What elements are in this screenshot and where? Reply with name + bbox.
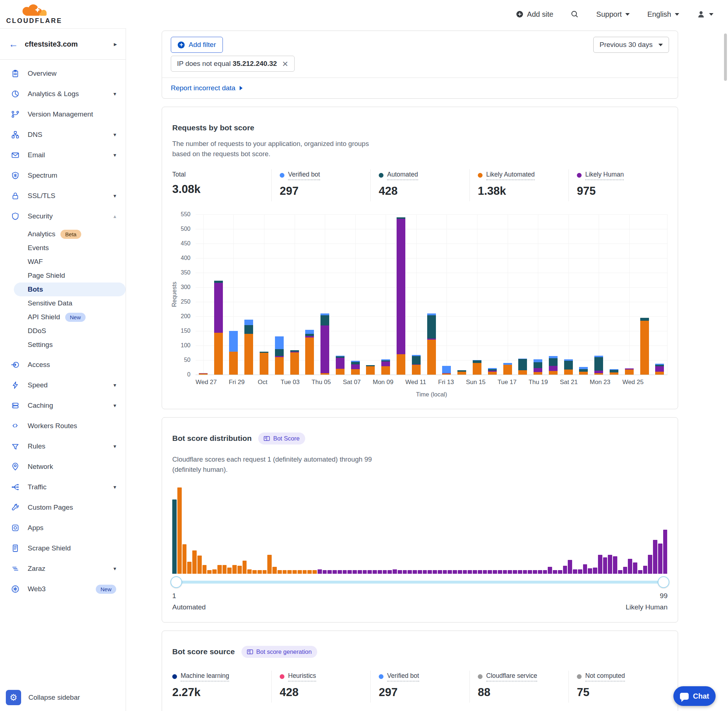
chat-button[interactable]: Chat	[673, 686, 716, 706]
x-tick-label: Sun 15	[466, 379, 486, 386]
sidebar-item-bots[interactable]: Bots	[14, 283, 126, 296]
sidebar-item-ddos[interactable]: DDoS	[0, 324, 126, 338]
sidebar-item-ssl-tls[interactable]: SSL/TLS▾	[0, 186, 126, 206]
stat-label: Likely Automated	[486, 171, 535, 180]
support-menu[interactable]: Support	[596, 10, 630, 19]
sidebar-item-label: API Shield	[28, 313, 60, 321]
sidebar-item-speed[interactable]: Speed▾	[0, 375, 126, 395]
chevron-right-icon[interactable]: ▸	[114, 40, 117, 48]
bot-score-generation-badge[interactable]: Bot score generation	[241, 646, 317, 658]
sidebar-item-zaraz[interactable]: Zaraz▾	[0, 559, 126, 579]
scrollbar-thumb[interactable]	[724, 34, 727, 81]
sidebar-item-analytics[interactable]: AnalyticsBeta	[0, 227, 126, 241]
sidebar-item-network[interactable]: Network	[0, 457, 126, 477]
book-icon	[264, 436, 270, 441]
chart-bar-slot	[424, 214, 439, 375]
legend-dot-icon	[478, 674, 483, 679]
chart-bar-slot	[378, 214, 393, 375]
sidebar-item-scrape-shield[interactable]: Scrape Shield	[0, 538, 126, 559]
version-icon	[11, 110, 20, 119]
sidebar-item-waf[interactable]: WAF	[0, 255, 126, 268]
chat-label: Chat	[693, 692, 709, 701]
chart-bar-slot	[576, 214, 591, 375]
sidebar-item-overview[interactable]: Overview	[0, 63, 126, 84]
x-tick-label	[644, 379, 656, 386]
chart-bar-slot	[256, 214, 272, 375]
chevron-down-icon: ▾	[113, 484, 116, 490]
y-tick-label: 550	[181, 211, 190, 218]
x-tick-label: Fri 29	[229, 379, 244, 386]
stat-label-row: Cloudflare service	[478, 672, 569, 681]
histogram-bar	[387, 570, 392, 573]
sidebar-item-spectrum[interactable]: Spectrum	[0, 165, 126, 186]
account-menu[interactable]	[697, 10, 713, 19]
slider-handle-max[interactable]	[658, 576, 669, 588]
date-range-select[interactable]: Previous 30 days	[593, 37, 669, 53]
sidebar-item-label: Apps	[28, 524, 116, 532]
histogram-bar	[197, 556, 202, 574]
collapse-sidebar-button[interactable]: ⚙ Collapse sidebar	[6, 690, 80, 705]
chevron-down-icon: ▾	[113, 193, 116, 199]
language-menu[interactable]: English	[647, 10, 679, 19]
add-filter-label: Add filter	[189, 41, 216, 49]
sidebar-item-events[interactable]: Events	[0, 241, 126, 255]
distribution-card-subtitle: Cloudflare scores each request 1 (defini…	[172, 454, 394, 475]
filter-chip[interactable]: IP does not equal 35.212.240.32 ✕	[171, 56, 295, 72]
bar-segment-likely-human	[655, 366, 664, 372]
add-site-button[interactable]: Add site	[516, 10, 553, 19]
chart-bar-slot	[606, 214, 622, 375]
histogram-bar	[583, 564, 588, 574]
legend-dot-icon	[379, 674, 384, 679]
support-label: Support	[596, 10, 622, 19]
sidebar-item-caching[interactable]: Caching▾	[0, 395, 126, 416]
sidebar-item-sensitive-data[interactable]: Sensitive Data	[0, 296, 126, 310]
sidebar-item-rules[interactable]: Rules▾	[0, 436, 126, 457]
sidebar-item-security[interactable]: Security▴	[0, 206, 126, 226]
histogram-bar	[623, 567, 628, 574]
security-icon	[11, 212, 20, 221]
sidebar-item-analytics-logs[interactable]: Analytics & Logs▾	[0, 84, 126, 104]
stat-label: Not computed	[585, 672, 625, 681]
x-tick-label	[610, 379, 622, 386]
plus-circle-icon	[178, 41, 185, 49]
bot-score-badge[interactable]: Bot Score	[258, 432, 305, 444]
histogram-bar	[613, 556, 617, 573]
stacked-bar	[412, 355, 421, 375]
back-arrow-icon[interactable]: ←	[9, 39, 18, 49]
y-tick-label: 350	[181, 269, 190, 276]
sidebar-item-label: Speed	[28, 381, 105, 389]
sidebar-item-custom-pages[interactable]: Custom Pages	[0, 497, 126, 518]
sidebar-item-api-shield[interactable]: API ShieldNew	[0, 310, 126, 324]
sidebar-item-email[interactable]: Email▾	[0, 145, 126, 165]
sidebar-item-version-management[interactable]: Version Management	[0, 104, 126, 124]
sidebar-item-settings[interactable]: Settings	[0, 338, 126, 352]
histogram-bar	[423, 570, 427, 573]
x-tick-label: Sat 07	[343, 379, 360, 386]
stat-verified-bot: Verified bot297	[371, 671, 470, 703]
sidebar-item-label: Page Shield	[28, 271, 65, 280]
histogram-bar	[307, 570, 312, 573]
gear-icon[interactable]: ⚙	[6, 690, 21, 705]
sidebar-item-traffic[interactable]: Traffic▾	[0, 477, 126, 497]
histogram-bar	[292, 570, 297, 573]
requests-chart-plot: 050100150200250300350400450500550	[196, 214, 667, 375]
sidebar-item-web3[interactable]: Web3New	[0, 579, 126, 599]
remove-filter-icon[interactable]: ✕	[282, 60, 288, 68]
sidebar-item-page-shield[interactable]: Page Shield	[0, 268, 126, 283]
search-button[interactable]	[571, 10, 579, 18]
badge-beta: Beta	[61, 230, 81, 239]
add-filter-button[interactable]: Add filter	[171, 37, 223, 53]
stacked-bar	[305, 330, 314, 375]
histogram-bar	[533, 570, 537, 573]
sidebar-item-apps[interactable]: Apps	[0, 518, 126, 538]
x-tick-label: Tue 03	[281, 379, 299, 386]
report-incorrect-data-link[interactable]: Report incorrect data	[171, 84, 235, 92]
slider-handle-min[interactable]	[170, 576, 182, 588]
sidebar-item-access[interactable]: Access	[0, 355, 126, 375]
sidebar-item-workers-routes[interactable]: Workers Routes	[0, 416, 126, 436]
x-tick-label	[393, 379, 405, 386]
date-range-label: Previous 30 days	[600, 41, 653, 49]
sidebar-item-dns[interactable]: DNS▾	[0, 124, 126, 145]
sidebar-item-label: Network	[28, 463, 116, 471]
slider-track[interactable]	[172, 581, 667, 584]
